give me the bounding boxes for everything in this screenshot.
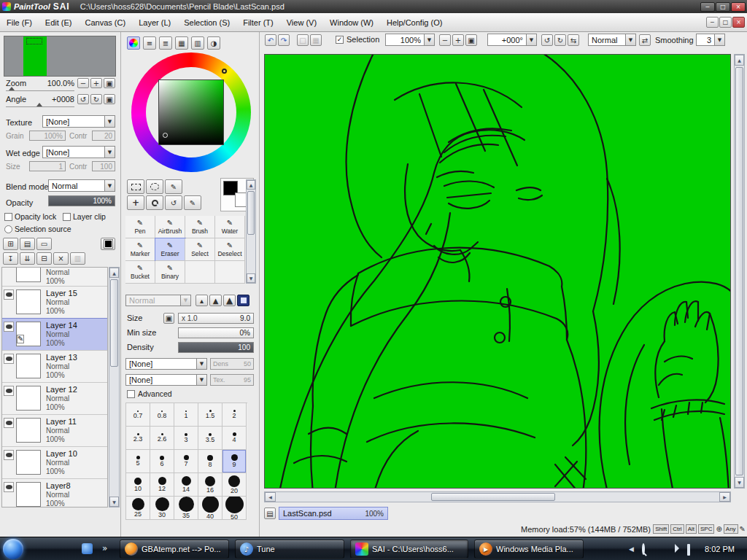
dropdown-arrow-icon[interactable]: ▼ xyxy=(526,34,537,46)
layer-item-14-selected[interactable]: ✎ Layer 14 Normal 100% xyxy=(2,319,108,351)
tool-panel-scrollbar[interactable]: ▲ ▼ xyxy=(246,179,256,284)
invert-selection-button[interactable]: ▦ xyxy=(310,34,322,46)
scroll-up-button[interactable]: ▲ xyxy=(109,268,119,278)
layer-item-15[interactable]: Layer 15 Normal 100% xyxy=(2,287,108,319)
menu-window[interactable]: Window (W) xyxy=(323,18,380,27)
document-tab-active[interactable]: LastScan.psd 100% xyxy=(279,507,388,520)
canvas-zoom-out-button[interactable]: − xyxy=(439,34,451,46)
min-size-slider[interactable]: 0% xyxy=(178,327,254,338)
layer-item-10[interactable]: Layer 10 Normal 100% xyxy=(2,447,108,479)
layer-item-partial[interactable]: Normal 100% xyxy=(2,268,108,287)
hsv-sliders-toggle-button[interactable]: ≣ xyxy=(159,36,172,50)
rotate-cw-button[interactable]: ↻ xyxy=(90,94,102,104)
size-preset[interactable]: 14 xyxy=(174,473,198,497)
layer-visibility-toggle[interactable] xyxy=(4,418,14,428)
size-preset[interactable]: 0.7 xyxy=(126,403,150,427)
scroll-down-button[interactable]: ▼ xyxy=(247,273,255,283)
tool-binary[interactable]: ✎ Binary xyxy=(155,261,185,284)
sv-cursor[interactable] xyxy=(163,133,168,138)
layer-visibility-toggle[interactable] xyxy=(4,482,14,492)
rotate-reset-button[interactable]: ▣ xyxy=(104,94,115,104)
layer-visibility-toggle[interactable] xyxy=(4,322,14,332)
deselect-button[interactable]: □ xyxy=(297,34,309,46)
tool-select[interactable]: ✎ Select xyxy=(185,238,215,261)
canvas-zoom-select[interactable]: 100% ▼ xyxy=(385,34,435,46)
navigator-zoom-slider-handle[interactable] xyxy=(9,87,15,90)
scrollbar-thumb[interactable] xyxy=(247,191,255,235)
dropdown-arrow-icon[interactable]: ▼ xyxy=(625,34,636,46)
tool-bucket[interactable]: ✎ Bucket xyxy=(125,261,155,284)
tool-airbrush[interactable]: ✎ AirBrush xyxy=(155,216,185,238)
window-close-button[interactable]: × xyxy=(731,2,746,12)
brush-texture-select[interactable]: [None] ▼ xyxy=(125,358,207,370)
lasso-tool-button[interactable] xyxy=(146,179,163,194)
size-preset[interactable]: 50 xyxy=(222,497,247,520)
layer-visibility-toggle[interactable] xyxy=(4,289,14,300)
hue-ring[interactable] xyxy=(131,52,251,172)
dropdown-arrow-icon[interactable]: ▼ xyxy=(196,358,207,370)
menu-layer[interactable]: Layer (L) xyxy=(132,18,177,27)
saturation-value-square[interactable] xyxy=(158,79,224,145)
layer-list-scrollbar[interactable]: ▲ ▼ xyxy=(109,267,120,508)
layer-item-13[interactable]: Layer 13 Normal 100% xyxy=(2,351,108,383)
size-preset[interactable]: 40 xyxy=(198,497,222,520)
menu-view[interactable]: View (V) xyxy=(280,18,323,27)
size-preset[interactable]: 2.3 xyxy=(126,427,150,450)
new-layer-set-button[interactable]: ▭ xyxy=(36,238,52,250)
tray-network-icon[interactable] xyxy=(687,545,690,554)
hue-cursor[interactable] xyxy=(222,69,227,74)
dropdown-arrow-icon[interactable]: ▼ xyxy=(180,295,191,306)
canvas-zoom-reset-button[interactable]: ▣ xyxy=(465,34,477,46)
density-slider[interactable]: 100 xyxy=(178,342,254,353)
size-preset[interactable]: 16 xyxy=(198,473,222,497)
canvas-vertical-scrollbar[interactable]: ▲ ▼ xyxy=(734,54,745,489)
transfer-down-button[interactable]: ↧ xyxy=(3,252,18,265)
navigator-angle-slider-handle[interactable] xyxy=(36,103,42,106)
size-preset[interactable]: 2 xyxy=(222,403,247,427)
rotate-view-tool-button[interactable]: ↺ xyxy=(165,195,182,210)
layer-visibility-toggle[interactable] xyxy=(4,386,14,396)
taskbar-button-wmp[interactable]: ▶ Windows Media Pla... xyxy=(474,540,584,559)
canvas-flip-button[interactable]: ⇆ xyxy=(568,34,579,46)
drawing-canvas[interactable] xyxy=(264,54,731,489)
merge-down-button[interactable]: ⇊ xyxy=(20,252,35,265)
brush-size-slider[interactable]: x 1.0 9.0 xyxy=(178,313,254,324)
size-preset-selected[interactable]: 9 xyxy=(222,450,247,473)
swatches-toggle-button[interactable]: ▦ xyxy=(175,36,188,50)
undo-button[interactable]: ↶ xyxy=(265,34,276,46)
menu-canvas[interactable]: Canvas (C) xyxy=(79,18,133,27)
dropdown-arrow-icon[interactable]: ▼ xyxy=(104,179,115,192)
wet-edge-select[interactable]: [None] ▼ xyxy=(42,146,115,158)
size-preset[interactable]: 3 xyxy=(174,427,198,450)
dropdown-arrow-icon[interactable]: ▼ xyxy=(196,374,207,386)
size-preset[interactable]: 0.8 xyxy=(150,403,174,427)
zoom-reset-button[interactable]: ▣ xyxy=(104,78,115,88)
layer-item-11[interactable]: Layer 11 Normal 100% xyxy=(2,415,108,447)
tool-brush[interactable]: ✎ Brush xyxy=(185,216,215,238)
smoothing-select[interactable]: 3 ▼ xyxy=(696,34,725,46)
size-preset[interactable]: 1.5 xyxy=(198,403,222,427)
layer-clip-checkbox[interactable]: Layer clip xyxy=(63,212,106,221)
size-preset[interactable]: 7 xyxy=(174,450,198,473)
tool-eraser-selected[interactable]: ✎ Eraser xyxy=(155,238,185,261)
canvas-zoom-in-button[interactable]: + xyxy=(452,34,464,46)
taskbar-button-sai-active[interactable]: SAI - C:\Users\hoss6... xyxy=(350,540,468,559)
sampling-mode-select[interactable]: Normal ▼ xyxy=(588,34,636,46)
size-preset[interactable]: 3.5 xyxy=(198,427,222,450)
size-preset[interactable]: 35 xyxy=(174,497,198,520)
size-preset[interactable]: 6 xyxy=(150,450,174,473)
brush-size-unit-button[interactable]: ▣ xyxy=(163,313,174,324)
navigator-preview[interactable] xyxy=(4,36,116,77)
layer-item-12[interactable]: Layer 12 Normal 100% xyxy=(2,383,108,415)
scratchpad-toggle-button[interactable]: ◑ xyxy=(207,36,220,50)
redo-button[interactable]: ↷ xyxy=(278,34,290,46)
scroll-left-button[interactable]: ◀ xyxy=(265,492,276,502)
brush-shape-3-button[interactable]: ▲ xyxy=(223,295,236,306)
navigator-angle-slider[interactable] xyxy=(6,106,74,107)
canvas-rotate-cw-button[interactable]: ↻ xyxy=(554,34,566,46)
foreground-color-swatch[interactable] xyxy=(101,238,115,250)
clear-layer-button[interactable]: ⊟ xyxy=(36,252,52,265)
dropdown-arrow-icon[interactable]: ▼ xyxy=(714,34,725,46)
layer-opacity-slider[interactable]: 100% xyxy=(48,195,115,206)
scroll-right-button[interactable]: ▶ xyxy=(719,492,730,502)
